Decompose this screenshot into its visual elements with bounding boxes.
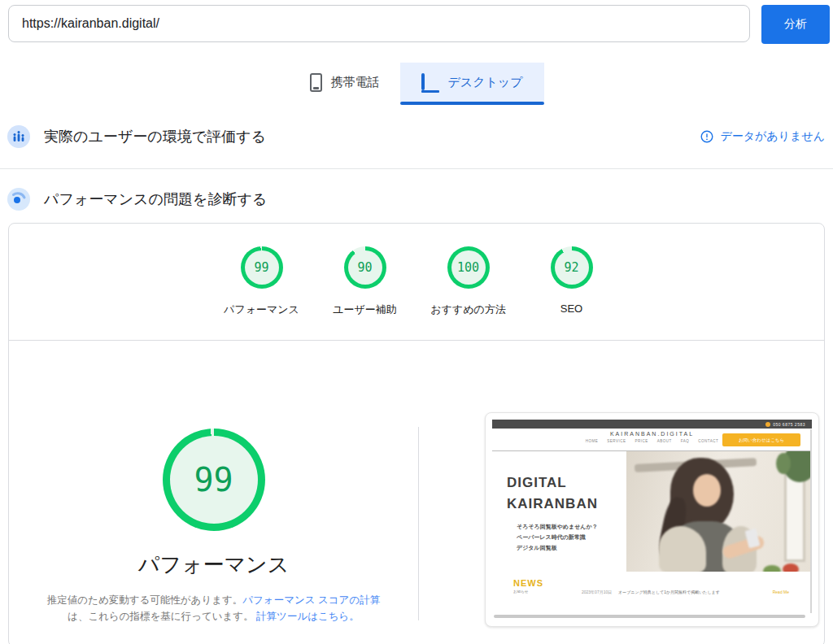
tab-desktop-label: デスクトップ bbox=[447, 75, 522, 90]
gauge-score: 100 bbox=[451, 250, 486, 285]
hero-title-line1: DIGITAL bbox=[507, 475, 567, 490]
url-input[interactable] bbox=[8, 5, 750, 42]
info-icon bbox=[700, 130, 713, 143]
laptop-icon bbox=[421, 75, 439, 90]
diagnose-title: パフォーマンスの問題を診断する bbox=[44, 189, 267, 209]
performance-title: パフォーマンス bbox=[138, 550, 290, 579]
device-tabs: 携帯電話 デスクトップ bbox=[0, 63, 833, 102]
disclaimer-text: 推定値のため変動する可能性があります。 bbox=[47, 594, 242, 606]
site-news: NEWS お知らせ 2023年07月10日 オープニング特典として1か月間無料で… bbox=[492, 572, 812, 614]
lighthouse-icon bbox=[7, 187, 31, 211]
field-data-section-header: 実際のユーザーの環境で評価する データがありません bbox=[7, 124, 825, 149]
gauge-ring: 92 bbox=[551, 246, 593, 289]
gauge-performance[interactable]: 99 パフォーマンス bbox=[210, 246, 313, 317]
section-divider bbox=[0, 168, 833, 169]
gauge-seo[interactable]: 92 SEO bbox=[520, 246, 623, 317]
site-nav-link: SERVICE bbox=[607, 439, 626, 443]
url-bar-row: 分析 bbox=[0, 0, 833, 44]
tab-mobile-label: 携帯電話 bbox=[330, 75, 379, 90]
site-nav-link: ABOUT bbox=[657, 439, 672, 443]
gauge-ring: 99 bbox=[241, 246, 283, 289]
gauge-score: 99 bbox=[245, 250, 279, 285]
field-data-title: 実際のユーザーの環境で評価する bbox=[44, 127, 266, 146]
site-phone-number: 050 6875 2583 bbox=[773, 422, 805, 427]
site-nav: KAIRANBAN.DIGITAL HOME SERVICE PRICE ABO… bbox=[492, 429, 812, 451]
tab-mobile[interactable]: 携帯電話 bbox=[289, 63, 400, 102]
hero-sub-line: デジタル回覧板 bbox=[517, 545, 557, 550]
site-horizontal-scrollbar bbox=[494, 615, 805, 618]
site-nav-link: HOME bbox=[586, 439, 599, 443]
gauge-accessibility[interactable]: 90 ユーザー補助 bbox=[313, 246, 416, 317]
hero-title-line2: KAIRANBAN bbox=[507, 496, 598, 511]
disclaimer-text: は、これらの指標を基に行っています。 bbox=[68, 611, 254, 622]
hero-photo bbox=[626, 451, 812, 572]
site-nav-link: FAQ bbox=[681, 439, 690, 443]
site-cta-button: お問い合わせはこちら bbox=[722, 433, 800, 446]
gauge-label: ユーザー補助 bbox=[333, 302, 397, 317]
smartphone-icon bbox=[310, 73, 322, 92]
site-hero: DIGITAL KAIRANBAN そろそろ回覧板やめませんか？ ペーパーレス時… bbox=[492, 451, 812, 572]
analyze-button[interactable]: 分析 bbox=[761, 5, 830, 44]
gauge-score: 92 bbox=[555, 250, 589, 285]
gauge-label: おすすめの方法 bbox=[430, 302, 506, 317]
gauge-label: パフォーマンス bbox=[224, 302, 299, 317]
performance-summary: 99 パフォーマンス 推定値のため変動する可能性があります。パフォーマンス スコ… bbox=[9, 341, 418, 644]
performance-gauge[interactable]: 99 bbox=[163, 429, 265, 531]
page-screenshot-thumbnail[interactable]: 050 6875 2583 KAIRANBAN.DIGITAL HOME SER… bbox=[485, 412, 819, 627]
site-vertical-scrollbar bbox=[810, 429, 812, 613]
gauge-label: SEO bbox=[560, 302, 582, 315]
field-data-icon bbox=[7, 124, 31, 149]
hero-sub-line: そろそろ回覧板やめませんか？ bbox=[517, 524, 598, 529]
gauge-ring: 100 bbox=[447, 246, 490, 289]
score-calc-link[interactable]: パフォーマンス スコアの計算 bbox=[242, 594, 380, 606]
site-nav-link: CONTACT bbox=[698, 439, 718, 443]
diagnose-section-header: パフォーマンスの問題を診断する bbox=[7, 187, 825, 211]
calculator-link[interactable]: 計算ツールはこちら。 bbox=[256, 611, 360, 622]
no-data-label: データがありません bbox=[720, 129, 825, 144]
phone-badge-icon bbox=[765, 422, 770, 427]
news-text: オープニング特典として1か月間無料で掲載いたします bbox=[618, 590, 720, 594]
score-disclaimer: 推定値のため変動する可能性があります。パフォーマンス スコアの計算 は、これらの… bbox=[47, 592, 380, 624]
no-data-status[interactable]: データがありません bbox=[700, 129, 825, 144]
news-title: NEWS bbox=[513, 578, 812, 588]
category-gauges: 99 パフォーマンス 90 ユーザー補助 100 おすすめの方法 92 SEO bbox=[9, 224, 824, 317]
news-date: 2023年07月10日 bbox=[582, 590, 612, 594]
news-read-link: Read Me bbox=[773, 590, 789, 594]
site-topbar: 050 6875 2583 bbox=[492, 420, 812, 429]
gauge-ring: 90 bbox=[344, 246, 386, 289]
performance-score: 99 bbox=[170, 436, 258, 524]
site-nav-link: PRICE bbox=[635, 439, 648, 443]
hero-sub-line: ペーパーレス時代の新常識 bbox=[517, 534, 586, 540]
gauge-score: 90 bbox=[348, 250, 382, 285]
report-card: 99 パフォーマンス 90 ユーザー補助 100 おすすめの方法 92 SEO bbox=[8, 223, 825, 644]
tab-desktop[interactable]: デスクトップ bbox=[400, 63, 543, 102]
gauge-best-practices[interactable]: 100 おすすめの方法 bbox=[416, 246, 520, 317]
